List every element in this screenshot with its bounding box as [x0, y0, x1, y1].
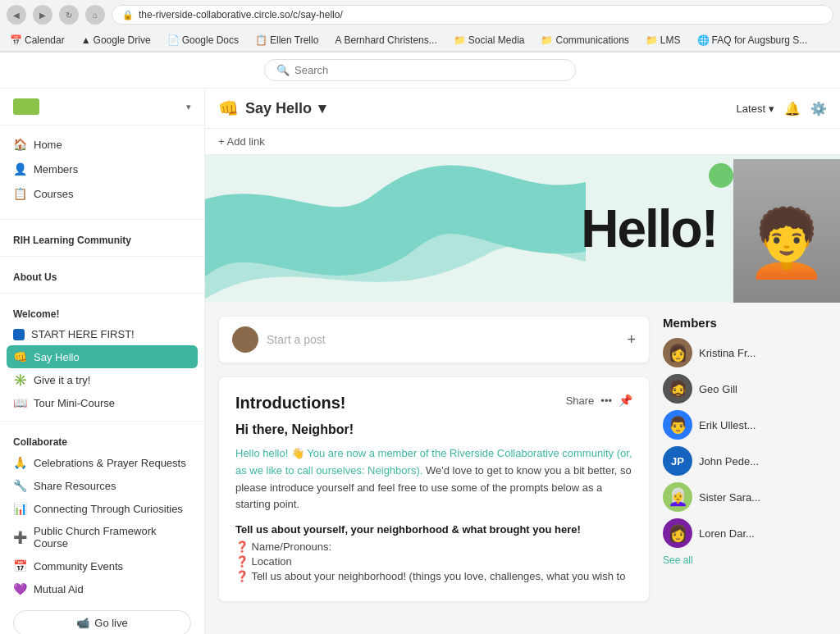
- sidebar-item-say-hello[interactable]: 👊 Say Hello: [7, 345, 198, 368]
- google-drive-icon: ▲: [81, 34, 91, 46]
- back-button[interactable]: ◀: [7, 5, 26, 25]
- sidebar-item-tour-mini-course[interactable]: 📖 Tour Mini-Course: [0, 391, 204, 414]
- go-live-button[interactable]: 📹 Go live: [13, 610, 191, 634]
- list-item-0: ❓ Name/Pronouns:: [235, 540, 632, 553]
- hero-green-dot: [709, 163, 733, 188]
- members-icon: 👤: [13, 162, 27, 176]
- add-link-bar[interactable]: + Add link: [205, 129, 840, 155]
- post-placeholder: Start a post: [267, 333, 619, 346]
- see-all-button[interactable]: See all: [663, 554, 827, 566]
- video-icon: 📹: [76, 617, 89, 629]
- title-chevron-icon[interactable]: ▾: [318, 99, 326, 117]
- public-church-icon: ➕: [13, 531, 27, 544]
- address-bar[interactable]: 🔒 the-riverside-collaborative.circle.so/…: [112, 5, 833, 25]
- bookmark-calendar[interactable]: 📅 Calendar: [7, 33, 68, 48]
- sidebar-item-courses[interactable]: 📋 Courses: [0, 181, 204, 206]
- courses-icon: 📋: [13, 187, 27, 200]
- bookmark-communications[interactable]: 📁 Communications: [537, 33, 632, 48]
- members-sidebar: Members 👩 Kristina Fr... 🧔 Geo Gill 👨 Er…: [663, 316, 827, 602]
- search-input[interactable]: [294, 64, 564, 76]
- title-emoji: 👊: [218, 98, 239, 118]
- bernhard-icon: A: [335, 34, 341, 46]
- member-sister: 👩‍🦳 Sister Sara...: [663, 482, 827, 512]
- post-card: Introductions! Share ••• 📌 Hi there, Nei…: [218, 376, 650, 602]
- sidebar-item-members[interactable]: 👤 Members: [0, 157, 204, 181]
- forward-button[interactable]: ▶: [33, 5, 52, 25]
- sidebar-logo: [13, 98, 39, 115]
- google-docs-icon: 📄: [167, 34, 180, 46]
- post-subtitle: Hi there, Neighbor!: [235, 422, 632, 437]
- search-icon: 🔍: [276, 64, 290, 76]
- notifications-icon[interactable]: 🔔: [784, 101, 801, 116]
- trello-icon: 📋: [255, 34, 267, 46]
- section-about: About Us: [0, 263, 204, 286]
- bookmark-lms[interactable]: 📁 LMS: [642, 33, 684, 48]
- sidebar-item-start-here[interactable]: START HERE FIRST!: [0, 323, 204, 345]
- members-title: Members: [663, 316, 827, 330]
- sidebar-item-connecting[interactable]: 📊 Connecting Through Curiosities: [0, 497, 204, 520]
- sidebar-item-celebrations[interactable]: 🙏 Celebrations & Prayer Requests: [0, 451, 204, 474]
- member-kristina: 👩 Kristina Fr...: [663, 338, 827, 367]
- hero-banner: Hello! 🧑‍🦱: [205, 155, 840, 303]
- settings-icon[interactable]: ⚙️: [810, 101, 827, 116]
- bookmark-google-docs[interactable]: 📄 Google Docs: [164, 33, 242, 48]
- member-avatar-sister: 👩‍🦳: [663, 482, 692, 512]
- sidebar-item-community-events[interactable]: 📅 Community Events: [0, 554, 204, 577]
- member-geo: 🧔 Geo Gill: [663, 374, 827, 404]
- start-here-dot: [13, 329, 25, 340]
- pin-icon[interactable]: 📌: [619, 394, 632, 407]
- refresh-button[interactable]: ↻: [59, 5, 79, 25]
- bookmark-bernhard[interactable]: A Bernhard Christens...: [331, 33, 440, 48]
- post-input-card: Start a post +: [218, 316, 650, 363]
- section-collaborate: Collaborate: [0, 428, 204, 451]
- bookmark-ellen-trello[interactable]: 📋 Ellen Trello: [252, 33, 322, 48]
- sidebar-nav: 🏠 Home 👤 Members 📋 Courses: [0, 125, 204, 212]
- post-section-title: Tell us about yourself, your neighborhoo…: [235, 523, 632, 536]
- community-events-icon: 📅: [13, 559, 27, 572]
- app-container: ▾ 🏠 Home 👤 Members 📋 Courses RIH Learnin…: [0, 89, 840, 634]
- more-options-icon[interactable]: •••: [600, 395, 612, 407]
- member-john: JP John Pede...: [663, 446, 827, 476]
- search-bar-container: 🔍: [0, 52, 840, 89]
- calendar-icon: 📅: [10, 34, 22, 46]
- sidebar-chevron-icon[interactable]: ▾: [186, 102, 191, 112]
- bookmark-google-drive[interactable]: ▲ Google Drive: [78, 33, 154, 48]
- communications-icon: 📁: [541, 34, 553, 46]
- member-name-john: John Pede...: [699, 455, 759, 468]
- sidebar-item-public-church[interactable]: ➕ Public Church Framework Course: [0, 520, 204, 554]
- sort-button[interactable]: Latest ▾: [737, 103, 774, 115]
- sidebar-item-share-resources[interactable]: 🔧 Share Resources: [0, 474, 204, 497]
- feed-main: Start a post + Introductions! Share ••• …: [218, 316, 650, 602]
- sidebar-item-give-it-try[interactable]: ✳️ Give it a try!: [0, 368, 204, 391]
- post-header: Introductions! Share ••• 📌: [235, 394, 632, 413]
- header-actions: Latest ▾ 🔔 ⚙️: [737, 101, 827, 116]
- lms-icon: 📁: [646, 34, 658, 46]
- home-button[interactable]: ⌂: [85, 5, 105, 25]
- add-post-icon[interactable]: +: [627, 331, 636, 349]
- browser-toolbar: ◀ ▶ ↻ ⌂ 🔒 the-riverside-collaborative.ci…: [0, 0, 840, 30]
- main-content: 👊 Say Hello ▾ Latest ▾ 🔔 ⚙️ + Add link: [205, 89, 840, 634]
- share-resources-icon: 🔧: [13, 479, 27, 492]
- bookmark-social-media[interactable]: 📁 Social Media: [450, 33, 528, 48]
- sidebar-item-home[interactable]: 🏠 Home: [0, 132, 204, 157]
- page-title: Say Hello: [245, 100, 312, 117]
- hero-squiggle: [205, 155, 586, 303]
- search-bar[interactable]: 🔍: [264, 59, 576, 81]
- connecting-icon: 📊: [13, 502, 27, 515]
- sidebar-item-mutual-aid[interactable]: 💜 Mutual Aid: [0, 577, 204, 600]
- member-name-kristina: Kristina Fr...: [699, 347, 756, 359]
- feed-area: Start a post + Introductions! Share ••• …: [205, 303, 840, 615]
- bookmark-faq[interactable]: 🌐 FAQ for Augsburg S...: [694, 33, 811, 48]
- member-avatar-loren: 👩: [663, 518, 692, 548]
- member-name-erik: Erik Ullest...: [699, 419, 756, 431]
- give-it-try-icon: ✳️: [13, 373, 27, 386]
- member-name-loren: Loren Dar...: [699, 527, 755, 540]
- divider-3: [0, 293, 204, 294]
- divider-2: [0, 256, 204, 257]
- content-header: 👊 Say Hello ▾ Latest ▾ 🔔 ⚙️: [205, 89, 840, 129]
- share-button[interactable]: Share: [566, 395, 595, 407]
- say-hello-icon: 👊: [13, 350, 27, 363]
- faq-icon: 🌐: [697, 34, 710, 46]
- logo-image: [13, 98, 39, 115]
- list-item-2: ❓ Tell us about your neighborhood! (thin…: [235, 570, 632, 582]
